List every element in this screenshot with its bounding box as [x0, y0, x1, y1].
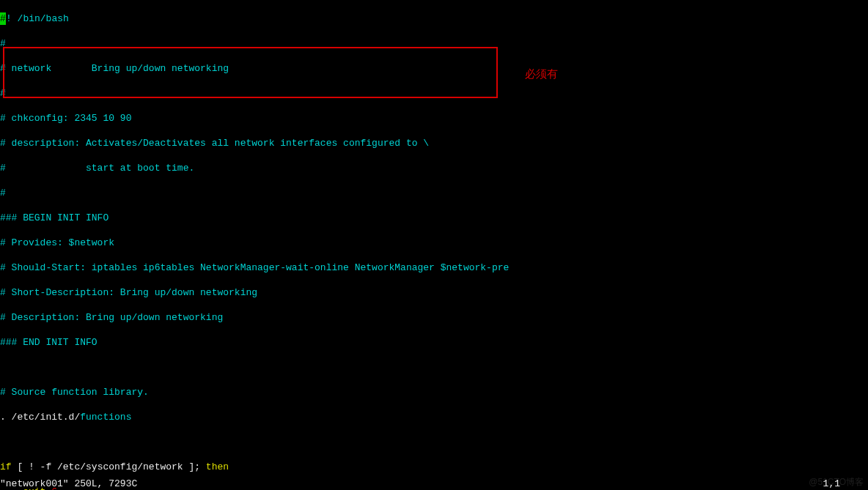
code-text: # Source function library.: [0, 387, 149, 398]
code-text: if: [0, 461, 12, 472]
code-text: functions: [80, 412, 131, 423]
code-text: # description: Activates/Deactivates all…: [0, 138, 429, 149]
code-text: # network Bring up/down networking: [0, 63, 229, 74]
code-text: # start at boot time.: [0, 163, 194, 174]
watermark: @51CTO博客: [809, 476, 864, 489]
code-text: ### BEGIN INIT INFO: [0, 212, 108, 223]
code-text: # Short-Description: Bring up/down netwo…: [0, 287, 257, 298]
code-text: [ ! -f /etc/sysconfig/network ];: [12, 461, 206, 472]
code-text: #: [0, 38, 6, 49]
terminal-editor[interactable]: #! /bin/bash # # network Bring up/down n…: [0, 0, 868, 490]
annotation-text: 必须有: [525, 67, 558, 80]
code-text: ! /bin/bash: [6, 13, 69, 24]
code-text: # Description: Bring up/down networking: [0, 312, 223, 323]
code-text: #: [0, 188, 6, 198]
status-filename: "network001" 250L, 7293C: [0, 478, 137, 490]
code-text: # Should-Start: iptables ip6tables Netwo…: [0, 262, 509, 273]
status-bar: "network001" 250L, 7293C 1,1: [0, 478, 868, 490]
code-text: ### END INIT INFO: [0, 337, 98, 348]
cursor: #: [0, 12, 6, 25]
code-text: then: [206, 461, 229, 472]
code-text: . /etc/init.d/: [0, 412, 80, 423]
code-text: # chkconfig: 2345 10 90: [0, 113, 131, 124]
code-text: #: [0, 88, 6, 99]
code-text: # Provides: $network: [0, 237, 114, 248]
